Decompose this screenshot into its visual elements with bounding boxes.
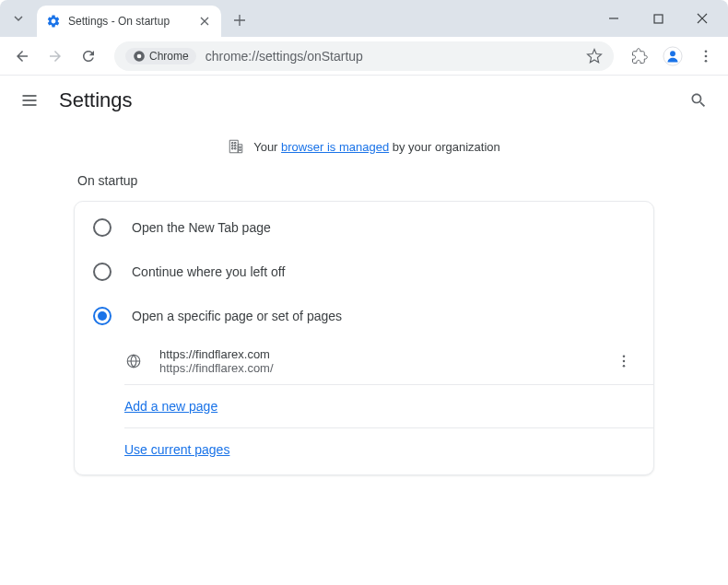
globe-icon bbox=[124, 352, 143, 370]
svg-point-5 bbox=[705, 50, 708, 53]
window-titlebar: Settings - On startup bbox=[0, 0, 728, 37]
startup-page-entry: https://findflarex.com https://findflare… bbox=[75, 338, 653, 384]
menu-button[interactable] bbox=[691, 41, 721, 71]
minimize-button[interactable] bbox=[595, 5, 632, 32]
page-title: Settings bbox=[59, 88, 133, 112]
new-tab-button[interactable] bbox=[227, 7, 252, 33]
page-entry-title: https://findflarex.com bbox=[159, 347, 596, 361]
managed-banner: Your browser is managed by your organiza… bbox=[0, 125, 728, 168]
svg-rect-0 bbox=[654, 15, 663, 23]
gear-icon bbox=[46, 14, 61, 29]
section-title: On startup bbox=[74, 168, 654, 201]
site-chip: Chrome bbox=[125, 48, 196, 64]
chip-label: Chrome bbox=[149, 50, 189, 63]
svg-point-7 bbox=[705, 59, 708, 62]
close-window-button[interactable] bbox=[684, 5, 721, 32]
svg-point-6 bbox=[705, 54, 708, 57]
radio-option-specific-pages[interactable]: Open a specific page or set of pages bbox=[75, 294, 653, 338]
tab-title: Settings - On startup bbox=[68, 15, 190, 28]
svg-point-11 bbox=[623, 365, 626, 368]
svg-point-4 bbox=[670, 51, 675, 56]
add-page-link[interactable]: Add a new page bbox=[124, 399, 217, 414]
close-icon[interactable] bbox=[197, 14, 212, 29]
radio-option-new-tab[interactable]: Open the New Tab page bbox=[75, 205, 653, 250]
add-page-row: Add a new page bbox=[75, 385, 653, 427]
profile-button[interactable] bbox=[658, 41, 687, 71]
back-button[interactable] bbox=[7, 41, 37, 71]
svg-point-2 bbox=[137, 53, 142, 58]
radio-label: Open a specific page or set of pages bbox=[132, 309, 342, 323]
extensions-button[interactable] bbox=[625, 41, 654, 71]
address-bar[interactable]: Chrome chrome://settings/onStartup bbox=[114, 41, 614, 71]
bookmark-icon[interactable] bbox=[586, 48, 603, 64]
startup-card: Open the New Tab page Continue where you… bbox=[74, 201, 654, 475]
radio-label: Continue where you left off bbox=[132, 264, 285, 279]
url-text: chrome://settings/onStartup bbox=[205, 49, 577, 64]
managed-link[interactable]: browser is managed bbox=[281, 140, 389, 154]
window-controls bbox=[595, 5, 721, 32]
tab-search-dropdown[interactable] bbox=[7, 7, 29, 29]
radio-label: Open the New Tab page bbox=[132, 220, 271, 235]
hamburger-menu-icon[interactable] bbox=[18, 89, 41, 111]
browser-tab[interactable]: Settings - On startup bbox=[37, 6, 221, 37]
use-current-link[interactable]: Use current pages bbox=[124, 442, 229, 457]
settings-header: Settings bbox=[0, 76, 728, 125]
settings-content: On startup Open the New Tab page Continu… bbox=[0, 168, 728, 475]
building-icon bbox=[228, 138, 244, 155]
page-entry-menu-button[interactable] bbox=[613, 350, 635, 372]
search-icon[interactable] bbox=[687, 89, 710, 111]
radio-option-continue[interactable]: Continue where you left off bbox=[75, 250, 653, 294]
page-entry-url: https://findflarex.com/ bbox=[159, 361, 596, 375]
browser-toolbar: Chrome chrome://settings/onStartup bbox=[0, 37, 728, 76]
svg-point-10 bbox=[623, 360, 626, 363]
radio-icon bbox=[93, 307, 112, 325]
radio-icon bbox=[93, 263, 112, 281]
reload-button[interactable] bbox=[74, 41, 103, 71]
forward-button[interactable] bbox=[41, 41, 70, 71]
svg-point-9 bbox=[623, 355, 626, 357]
managed-text: Your browser is managed by your organiza… bbox=[253, 140, 500, 154]
use-current-row: Use current pages bbox=[75, 428, 653, 471]
chrome-logo-icon bbox=[133, 50, 146, 63]
maximize-button[interactable] bbox=[640, 5, 676, 32]
radio-icon bbox=[93, 218, 112, 237]
